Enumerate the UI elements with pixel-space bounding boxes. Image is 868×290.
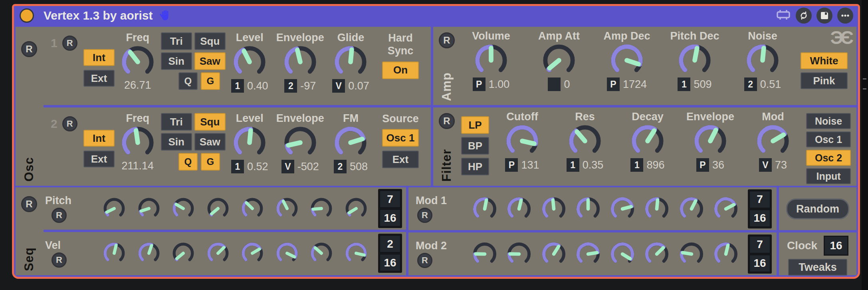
osc2-g-button[interactable]: G: [201, 153, 220, 171]
mod2-length-value[interactable]: 16: [749, 255, 770, 272]
more-options-button[interactable]: [837, 8, 853, 24]
osc-section-random-button[interactable]: R: [21, 41, 37, 57]
osc2-fm-value[interactable]: 508: [350, 161, 368, 173]
mod1-steps-value[interactable]: 7: [749, 191, 770, 208]
seq-pitch-steps-value[interactable]: 7: [380, 191, 400, 208]
mod1-step-knob-1[interactable]: [472, 196, 498, 222]
tweaks-button[interactable]: Tweaks: [788, 259, 847, 276]
mod1-length-value[interactable]: 16: [749, 210, 770, 227]
amp-noise-map-badge[interactable]: 2: [744, 77, 757, 91]
osc1-wave-squ[interactable]: Squ: [194, 32, 226, 50]
seq-vel-steps-value[interactable]: 2: [380, 235, 400, 252]
mod1-step-knob-6[interactable]: [644, 196, 670, 222]
mod2-step-knob-3[interactable]: [541, 241, 567, 267]
osc1-envelope-knob[interactable]: [282, 44, 318, 80]
osc2-osc-1-button[interactable]: Osc 1: [382, 129, 419, 147]
filter-mode-bp-button[interactable]: BP: [461, 137, 489, 155]
filter-random-button[interactable]: R: [439, 113, 455, 129]
amp-volume-knob[interactable]: [473, 42, 509, 78]
seq-pitch-random-button[interactable]: R: [52, 208, 67, 223]
osc2-level-map-badge[interactable]: 1: [231, 160, 244, 173]
osc2-fm-knob[interactable]: [333, 125, 369, 161]
filter-decay-map-badge[interactable]: 1: [630, 158, 643, 172]
filter-res-value[interactable]: 0.35: [583, 159, 604, 171]
seq-pitch-step-knob-4[interactable]: [206, 197, 230, 220]
osc1-random-button[interactable]: R: [62, 36, 77, 51]
seq-vel-step-knob-5[interactable]: [240, 241, 264, 265]
amp-volume-value[interactable]: 1.00: [489, 78, 510, 91]
osc2-envelope-knob[interactable]: [282, 125, 318, 161]
mod1-random-button[interactable]: R: [417, 208, 432, 223]
filter-envelope-map-badge[interactable]: P: [696, 158, 709, 172]
seq-pitch-step-knob-7[interactable]: [309, 197, 333, 220]
seq-pitch-step-knob-2[interactable]: [137, 197, 161, 220]
mod2-steps-value[interactable]: 7: [749, 236, 770, 253]
filter-source-osc-1-button[interactable]: Osc 1: [806, 131, 851, 147]
osc1-envelope-map-badge[interactable]: 2: [284, 79, 297, 93]
mod1-step-knob-3[interactable]: [541, 196, 567, 222]
amp-amp-att-knob[interactable]: [541, 42, 577, 78]
osc1-glide-map-badge[interactable]: V: [332, 79, 345, 93]
osc2-wave-tri[interactable]: Tri: [161, 113, 192, 131]
filter-source-noise-button[interactable]: Noise: [806, 113, 851, 129]
seq-vel-step-knob-4[interactable]: [206, 241, 230, 265]
osc1-level-map-badge[interactable]: 1: [231, 79, 244, 93]
osc1-glide-knob[interactable]: [333, 44, 369, 80]
osc1-level-value[interactable]: 0.40: [247, 80, 268, 92]
filter-mode-lp-button[interactable]: LP: [461, 116, 489, 134]
osc2-freq-knob[interactable]: [120, 125, 156, 161]
seq-vel-step-knob-1[interactable]: [102, 241, 126, 265]
osc1-on-button[interactable]: On: [382, 62, 419, 79]
amp-volume-map-badge[interactable]: P: [473, 77, 486, 91]
amp-noise-value[interactable]: 0.51: [760, 78, 781, 91]
amp-noise-pink-button[interactable]: Pink: [801, 72, 848, 89]
mod1-step-knob-4[interactable]: [575, 196, 601, 222]
filter-decay-knob[interactable]: [630, 123, 666, 159]
osc2-level-value[interactable]: 0.52: [247, 161, 268, 173]
osc1-route-int[interactable]: Int: [83, 49, 115, 66]
filter-envelope-knob[interactable]: [692, 123, 728, 159]
osc2-freq-value[interactable]: 211.14: [122, 160, 154, 172]
mod1-step-knob-5[interactable]: [609, 196, 636, 222]
filter-decay-value[interactable]: 896: [646, 159, 664, 171]
osc2-wave-saw[interactable]: Saw: [194, 133, 226, 151]
seq-vel-step-knob-3[interactable]: [171, 241, 195, 265]
mod2-step-knob-7[interactable]: [678, 241, 705, 267]
seq-pitch-step-knob-3[interactable]: [171, 197, 195, 220]
filter-mod-knob[interactable]: [755, 123, 791, 159]
filter-cutoff-knob[interactable]: [504, 123, 540, 159]
osc2-envelope-value[interactable]: -502: [297, 161, 319, 173]
osc1-glide-value[interactable]: 0.07: [348, 80, 369, 92]
amp-pitch-dec-value[interactable]: 509: [694, 78, 711, 91]
seq-pitch-step-knob-6[interactable]: [275, 197, 299, 220]
filter-cutoff-map-badge[interactable]: P: [505, 158, 518, 172]
filter-mod-map-badge[interactable]: V: [759, 158, 772, 172]
osc1-wave-sin[interactable]: Sin: [161, 52, 192, 70]
seq-vel-step-knob-7[interactable]: [309, 241, 333, 265]
hot-swap-button[interactable]: [796, 8, 812, 24]
save-preset-button[interactable]: [816, 8, 832, 24]
osc1-q-button[interactable]: Q: [178, 72, 198, 90]
scrollbar-handle[interactable]: [863, 78, 866, 89]
seq-section-random-button[interactable]: R: [21, 196, 37, 212]
seq-vel-step-knob-8[interactable]: [344, 241, 368, 265]
seq-vel-length-value[interactable]: 16: [380, 254, 400, 271]
device-chain-icon[interactable]: [776, 9, 791, 22]
amp-noise-knob[interactable]: [745, 42, 781, 78]
osc2-envelope-map-badge[interactable]: V: [281, 160, 294, 173]
osc1-wave-tri[interactable]: Tri: [161, 32, 192, 50]
mod2-random-button[interactable]: R: [417, 253, 432, 268]
scrollbar-track[interactable]: [862, 0, 868, 290]
amp-amp-att-value[interactable]: 0: [564, 78, 570, 91]
filter-mode-hp-button[interactable]: HP: [461, 158, 489, 175]
osc2-wave-sin[interactable]: Sin: [161, 133, 192, 151]
random-button[interactable]: Random: [786, 199, 849, 219]
amp-random-button[interactable]: R: [439, 32, 455, 48]
amp-amp-att-map-badge[interactable]: [548, 77, 561, 91]
filter-mod-value[interactable]: 73: [775, 159, 787, 171]
seq-pitch-step-knob-8[interactable]: [344, 197, 368, 220]
osc1-level-knob[interactable]: [232, 44, 268, 80]
clock-value[interactable]: 16: [824, 236, 848, 256]
mod2-step-knob-4[interactable]: [575, 241, 601, 267]
osc1-freq-value[interactable]: 26.71: [124, 79, 151, 91]
